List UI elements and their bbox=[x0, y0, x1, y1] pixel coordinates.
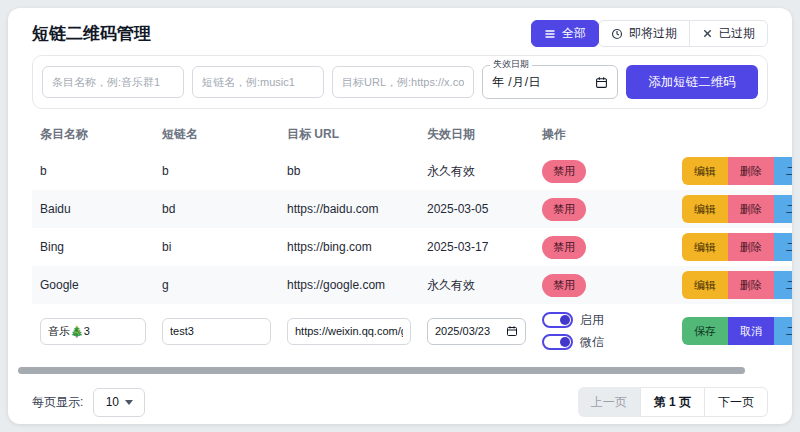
x-icon bbox=[702, 28, 713, 39]
wechat-toggle-row: 微信 bbox=[542, 334, 666, 351]
footer: 每页显示: 10 上一页 第 1 页 下一页 bbox=[8, 374, 792, 417]
disable-button[interactable]: 禁用 bbox=[542, 198, 586, 221]
edit-button[interactable]: 编辑 bbox=[682, 271, 728, 299]
toggle-knob bbox=[560, 337, 570, 347]
row-actions: 编辑 删除 二维码 bbox=[682, 157, 792, 185]
calendar-icon[interactable] bbox=[595, 76, 608, 89]
add-form: 失效日期 年 /月/日 添加短链二维码 bbox=[32, 55, 768, 109]
cell-slug: b bbox=[154, 152, 279, 190]
cell-expiry: 永久有效 bbox=[419, 152, 534, 190]
per-page-select[interactable]: 10 bbox=[93, 388, 145, 417]
filter-all-label: 全部 bbox=[562, 25, 586, 42]
cell-entry-name: Bing bbox=[32, 228, 154, 266]
header-expiry: 失效日期 bbox=[419, 117, 534, 152]
filter-expired-label: 已过期 bbox=[719, 25, 755, 42]
menu-icon bbox=[544, 28, 556, 40]
header-entry-name: 条目名称 bbox=[32, 117, 154, 152]
toggle-knob bbox=[560, 315, 570, 325]
expiry-date-value: 年 /月/日 bbox=[492, 74, 541, 91]
edit-expiry-date-value: 2025/03/23 bbox=[435, 325, 490, 337]
expiry-date-label: 失效日期 bbox=[490, 59, 532, 70]
cancel-button[interactable]: 取消 bbox=[728, 317, 774, 345]
entry-name-input[interactable] bbox=[42, 66, 184, 98]
header-target-url: 目标 URL bbox=[279, 117, 419, 152]
cell-expiry: 2025-03-17 bbox=[419, 228, 534, 266]
toggle-group: 启用 微信 bbox=[542, 312, 666, 351]
edit-button[interactable]: 编辑 bbox=[682, 195, 728, 223]
table-header-row: 条目名称 短链名 目标 URL 失效日期 操作 bbox=[32, 117, 792, 152]
pagination: 上一页 第 1 页 下一页 bbox=[578, 387, 768, 417]
filter-expiring-button[interactable]: 即将过期 bbox=[598, 20, 690, 47]
cell-target-url: bb bbox=[279, 152, 419, 190]
shortlink-table: 条目名称 短链名 目标 URL 失效日期 操作 b b bb 永久有效 禁用 编… bbox=[32, 117, 792, 358]
edit-expiry-date-input[interactable]: 2025/03/23 bbox=[427, 318, 526, 345]
edit-entry-name-input[interactable] bbox=[40, 318, 146, 345]
wechat-toggle[interactable] bbox=[542, 334, 573, 350]
table-row: Baidu bd https://baidu.com 2025-03-05 禁用… bbox=[32, 190, 792, 228]
add-shortlink-button[interactable]: 添加短链二维码 bbox=[626, 65, 758, 99]
disable-button[interactable]: 禁用 bbox=[542, 274, 586, 297]
row-actions: 编辑 删除 二维码 bbox=[682, 195, 792, 223]
slug-input[interactable] bbox=[192, 66, 324, 98]
enable-toggle-row: 启用 bbox=[542, 312, 666, 329]
cell-entry-name: b bbox=[32, 152, 154, 190]
shortlink-table-container: 条目名称 短链名 目标 URL 失效日期 操作 b b bb 永久有效 禁用 编… bbox=[8, 117, 792, 358]
disable-button[interactable]: 禁用 bbox=[542, 160, 586, 183]
page-title: 短链二维码管理 bbox=[32, 22, 151, 45]
delete-button[interactable]: 删除 bbox=[728, 233, 774, 261]
edit-button[interactable]: 编辑 bbox=[682, 233, 728, 261]
next-page-button[interactable]: 下一页 bbox=[705, 387, 768, 417]
disable-button[interactable]: 禁用 bbox=[542, 236, 586, 259]
header-actions: 操作 bbox=[534, 117, 674, 152]
horizontal-scrollbar[interactable] bbox=[18, 367, 745, 374]
qrcode-button[interactable]: 二维码 bbox=[774, 233, 792, 261]
qrcode-button[interactable]: 二维码 bbox=[774, 271, 792, 299]
enable-toggle[interactable] bbox=[542, 312, 573, 328]
cell-slug: g bbox=[154, 266, 279, 304]
cell-expiry: 永久有效 bbox=[419, 266, 534, 304]
qrcode-button[interactable]: 二维码 bbox=[774, 195, 792, 223]
target-url-input[interactable] bbox=[332, 66, 474, 98]
current-page-indicator: 第 1 页 bbox=[640, 387, 705, 417]
edit-slug-input[interactable] bbox=[162, 318, 271, 345]
clock-icon bbox=[611, 28, 623, 40]
edit-button[interactable]: 编辑 bbox=[682, 157, 728, 185]
per-page-label: 每页显示: bbox=[32, 394, 83, 411]
table-row: Bing bi https://bing.com 2025-03-17 禁用 编… bbox=[32, 228, 792, 266]
cell-target-url: https://baidu.com bbox=[279, 190, 419, 228]
main-card: 短链二维码管理 全部 即将过期 已过期 bbox=[8, 8, 792, 424]
cell-expiry: 2025-03-05 bbox=[419, 190, 534, 228]
delete-button[interactable]: 删除 bbox=[728, 271, 774, 299]
calendar-icon[interactable] bbox=[506, 325, 518, 337]
filter-expired-button[interactable]: 已过期 bbox=[689, 20, 768, 47]
header-slug: 短链名 bbox=[154, 117, 279, 152]
cell-entry-name: Baidu bbox=[32, 190, 154, 228]
header: 短链二维码管理 全部 即将过期 已过期 bbox=[8, 8, 792, 47]
per-page-value: 10 bbox=[106, 395, 119, 409]
table-row: b b bb 永久有效 禁用 编辑 删除 二维码 bbox=[32, 152, 792, 190]
prev-page-button[interactable]: 上一页 bbox=[578, 387, 640, 417]
enable-toggle-label: 启用 bbox=[580, 312, 604, 329]
cell-target-url: https://google.com bbox=[279, 266, 419, 304]
per-page-control: 每页显示: 10 bbox=[32, 388, 145, 417]
qrcode-button[interactable]: 二维码 bbox=[774, 317, 792, 345]
save-button[interactable]: 保存 bbox=[682, 317, 728, 345]
table-row: Google g https://google.com 永久有效 禁用 编辑 删… bbox=[32, 266, 792, 304]
delete-button[interactable]: 删除 bbox=[728, 157, 774, 185]
qrcode-button[interactable]: 二维码 bbox=[774, 157, 792, 185]
cell-slug: bd bbox=[154, 190, 279, 228]
cell-slug: bi bbox=[154, 228, 279, 266]
edit-row: 2025/03/23 启用 微信 bbox=[32, 304, 792, 358]
cell-target-url: https://bing.com bbox=[279, 228, 419, 266]
row-actions: 编辑 删除 二维码 bbox=[682, 271, 792, 299]
expiry-date-input[interactable]: 失效日期 年 /月/日 bbox=[482, 65, 618, 99]
filter-all-button[interactable]: 全部 bbox=[531, 20, 599, 47]
chevron-down-icon bbox=[125, 400, 133, 405]
delete-button[interactable]: 删除 bbox=[728, 195, 774, 223]
filter-expiring-label: 即将过期 bbox=[629, 25, 677, 42]
edit-target-url-input[interactable] bbox=[287, 318, 411, 345]
filter-group: 全部 即将过期 已过期 bbox=[531, 20, 768, 47]
edit-row-actions: 保存 取消 二维码 bbox=[682, 317, 792, 345]
wechat-toggle-label: 微信 bbox=[580, 334, 604, 351]
row-actions: 编辑 删除 二维码 bbox=[682, 233, 792, 261]
